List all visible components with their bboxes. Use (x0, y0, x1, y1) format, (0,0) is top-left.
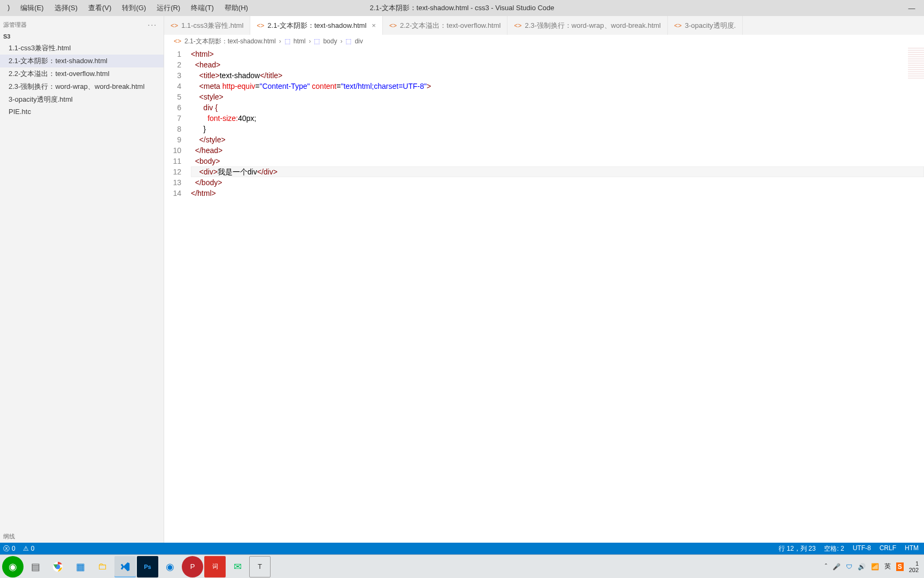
symbol-icon: ⬚ (345, 37, 351, 45)
taskbar-app-icon[interactable]: P (182, 556, 203, 577)
file-item[interactable]: 2.1-文本阴影：text-shadow.html (0, 55, 164, 67)
status-cursor-position[interactable]: 行 12，列 23 (779, 544, 815, 553)
chevron-right-icon: › (340, 37, 342, 45)
breadcrumb-item[interactable]: div (355, 37, 363, 45)
menu-run[interactable]: 运行(R) (151, 1, 186, 15)
chevron-right-icon: › (279, 37, 281, 45)
status-language[interactable]: HTM (905, 544, 919, 553)
tab-bar: <>1.1-css3兼容性.html <>2.1-文本阴影：text-shado… (164, 16, 924, 35)
editor-area: <>1.1-css3兼容性.html <>2.1-文本阴影：text-shado… (164, 16, 924, 543)
tab[interactable]: <>1.1-css3兼容性.html (164, 16, 250, 35)
taskbar-explorer-icon[interactable]: 🗀 (92, 556, 113, 577)
tab-label: 2.2-文本溢出：text-overflow.html (400, 21, 501, 31)
tray-clock[interactable]: 1202 (909, 560, 919, 573)
status-eol[interactable]: CRLF (880, 544, 896, 553)
tab[interactable]: <>3-opacity透明度. (668, 16, 743, 35)
tab-label: 2.3-强制换行：word-wrap、word-break.html (525, 21, 660, 31)
tab-label: 3-opacity透明度. (685, 21, 736, 31)
title-bar: ) 编辑(E) 选择(S) 查看(V) 转到(G) 运行(R) 终端(T) 帮助… (0, 0, 924, 16)
taskbar-app-icon[interactable]: 词 (204, 556, 226, 577)
file-icon: <> (257, 22, 264, 29)
explorer-title: 源管理器 (3, 21, 27, 29)
taskbar-photoshop-icon[interactable]: Ps (137, 556, 158, 577)
code-editor[interactable]: 1234567891011121314 <html> <head> <title… (164, 48, 924, 543)
taskbar-wechat-icon[interactable]: ✉ (227, 556, 248, 577)
file-icon: <> (674, 22, 682, 29)
menu-truncated[interactable]: ) (2, 1, 15, 15)
taskbar: ◉ ▤ ▦ 🗀 Ps ◉ P 词 ✉ T ˆ 🎤 🛡 🔊 📶 英 S 1202 (0, 554, 924, 578)
tray-chevron-up-icon[interactable]: ˆ (825, 563, 827, 571)
explorer-more-icon[interactable]: ··· (148, 20, 157, 29)
taskbar-sublime-icon[interactable]: ▤ (25, 556, 46, 577)
file-icon: <> (389, 22, 397, 29)
menu-go[interactable]: 转到(G) (117, 1, 151, 15)
status-encoding[interactable]: UTF-8 (853, 544, 871, 553)
menu-view[interactable]: 查看(V) (83, 1, 117, 15)
taskbar-vscode-icon[interactable] (114, 556, 136, 577)
tray-wifi-icon[interactable]: 📶 (871, 563, 879, 571)
taskbar-edge-icon[interactable]: ◉ (159, 556, 181, 577)
taskbar-typora-icon[interactable]: T (249, 556, 271, 577)
breadcrumb-file[interactable]: 2.1-文本阴影：text-shadow.html (184, 37, 276, 46)
tab[interactable]: <>2.1-文本阴影：text-shadow.html× (250, 16, 383, 35)
window-controls: — (899, 0, 924, 16)
menu-help[interactable]: 帮助(H) (219, 1, 253, 15)
minimize-button[interactable]: — (899, 0, 924, 16)
breadcrumb[interactable]: <> 2.1-文本阴影：text-shadow.html › ⬚ html › … (164, 35, 924, 48)
menu-terminal[interactable]: 终端(T) (186, 1, 219, 15)
file-item[interactable]: PIE.htc (0, 106, 164, 117)
system-tray: ˆ 🎤 🛡 🔊 📶 英 S 1202 (825, 560, 922, 573)
chevron-right-icon: › (309, 37, 311, 45)
tray-volume-icon[interactable]: 🔊 (858, 563, 866, 571)
menu-edit[interactable]: 编辑(E) (15, 1, 49, 15)
file-item[interactable]: 2.2-文本溢出：text-overflow.html (0, 67, 164, 80)
close-icon[interactable]: × (372, 21, 376, 29)
file-item[interactable]: 3-opacity透明度.html (0, 93, 164, 106)
tray-microphone-icon[interactable]: 🎤 (833, 563, 841, 571)
symbol-icon: ⬚ (284, 37, 290, 45)
tray-shield-icon[interactable]: 🛡 (846, 563, 852, 571)
file-icon: <> (514, 22, 521, 29)
line-numbers: 1234567891011121314 (164, 48, 191, 543)
tab-label: 2.1-文本阴影：text-shadow.html (267, 21, 366, 31)
sidebar-explorer: 源管理器 ··· S3 1.1-css3兼容性.html 2.1-文本阴影：te… (0, 16, 164, 543)
status-warnings[interactable]: ⚠ 0 (23, 545, 35, 552)
file-item[interactable]: 1.1-css3兼容性.html (0, 42, 164, 55)
minimap[interactable] (908, 48, 924, 80)
tray-ime-icon[interactable]: 英 (884, 562, 891, 571)
status-errors[interactable]: ⓧ 0 (3, 544, 16, 553)
sidebar-header: 源管理器 ··· (0, 16, 164, 31)
file-item[interactable]: 2.3-强制换行：word-wrap、word-break.html (0, 80, 164, 93)
taskbar-chrome-icon[interactable] (47, 556, 68, 577)
sidebar-section-title[interactable]: S3 (0, 31, 164, 42)
tray-sogou-icon[interactable]: S (896, 562, 904, 571)
tab-label: 1.1-css3兼容性.html (181, 21, 243, 31)
file-icon: <> (174, 37, 181, 45)
start-button[interactable]: ◉ (2, 556, 24, 577)
code-content[interactable]: <html> <head> <title>text-shadow</title>… (191, 48, 924, 543)
window-title: 2.1-文本阴影：text-shadow.html - css3 - Visua… (369, 3, 554, 13)
breadcrumb-item[interactable]: body (323, 37, 337, 45)
status-indentation[interactable]: 空格: 2 (824, 544, 844, 553)
breadcrumb-item[interactable]: html (294, 37, 306, 45)
file-icon: <> (171, 22, 178, 29)
taskbar-calculator-icon[interactable]: ▦ (70, 556, 91, 577)
status-bar: ⓧ 0 ⚠ 0 行 12，列 23 空格: 2 UTF-8 CRLF HTM (0, 543, 924, 554)
menu-bar: ) 编辑(E) 选择(S) 查看(V) 转到(G) 运行(R) 终端(T) 帮助… (0, 1, 253, 15)
tab[interactable]: <>2.2-文本溢出：text-overflow.html (383, 16, 508, 35)
menu-selection[interactable]: 选择(S) (49, 1, 83, 15)
tab[interactable]: <>2.3-强制换行：word-wrap、word-break.html (507, 16, 667, 35)
sidebar-outline[interactable]: 纲线 (0, 530, 164, 543)
symbol-icon: ⬚ (314, 37, 320, 45)
